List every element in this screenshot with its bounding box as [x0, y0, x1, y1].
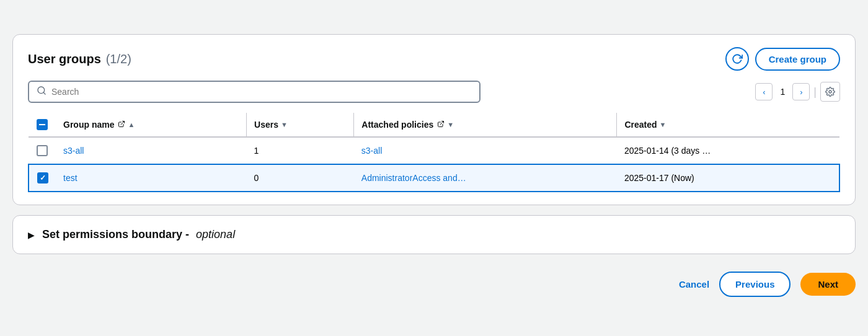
row-attached-policies: AdministratorAccess and… [354, 164, 617, 192]
search-icon [37, 86, 46, 98]
header-actions: Create group [725, 47, 840, 71]
search-box[interactable] [28, 81, 480, 103]
table-row[interactable]: test 0 AdministratorAccess and… 2025-01-… [29, 164, 839, 192]
next-button[interactable]: Next [800, 273, 856, 296]
pagination-controls: ‹ 1 › | [755, 82, 840, 102]
row-created: 2025-01-14 (3 days … [617, 137, 839, 164]
col-attached-policies: Attached policies ▼ [354, 113, 617, 137]
next-page-button[interactable]: › [792, 83, 810, 100]
svg-line-4 [440, 122, 444, 125]
footer-actions: Cancel Previous Next [12, 267, 856, 302]
search-row: ‹ 1 › | [28, 81, 840, 103]
card-title: User groups (1/2) [28, 52, 131, 66]
row-created: 2025-01-17 (Now) [617, 164, 839, 192]
settings-button[interactable] [820, 82, 840, 102]
col-users-label: Users [254, 120, 278, 130]
col-created: Created ▼ [617, 113, 839, 137]
permissions-title: Set permissions boundary - optional [42, 228, 235, 241]
svg-line-1 [43, 92, 45, 94]
sort-asc-icon[interactable]: ▲ [128, 121, 135, 128]
previous-button[interactable]: Previous [719, 272, 790, 297]
group-name-link[interactable]: s3-all [63, 146, 84, 156]
table-row[interactable]: s3-all 1 s3-all 2025-01-14 (3 days … [29, 137, 839, 164]
col-created-label: Created [624, 120, 657, 130]
sort-users-icon[interactable]: ▼ [281, 121, 288, 128]
row-attached-policies: s3-all [354, 137, 617, 164]
sort-created-icon[interactable]: ▼ [660, 121, 666, 128]
svg-point-2 [829, 91, 831, 93]
sort-policies-icon[interactable]: ▼ [447, 121, 454, 128]
refresh-button[interactable] [725, 47, 749, 71]
select-all-header[interactable] [29, 113, 56, 137]
group-name-link[interactable]: test [63, 173, 78, 183]
permissions-boundary-card[interactable]: ▶ Set permissions boundary - optional [12, 215, 856, 254]
title-text: User groups [28, 52, 101, 66]
col-group-name: Group name ▲ [56, 113, 247, 137]
row-checkbox-cell[interactable] [29, 164, 56, 192]
policy-link[interactable]: s3-all [361, 146, 382, 156]
user-groups-table: Group name ▲ Users ▼ [28, 113, 840, 192]
row-users: 0 [247, 164, 354, 192]
row-group-name: s3-all [56, 137, 247, 164]
card-header: User groups (1/2) Create group [28, 47, 840, 71]
title-count: (1/2) [106, 52, 131, 66]
row-group-name: test [56, 164, 247, 192]
search-input[interactable] [51, 87, 472, 97]
page-number: 1 [776, 87, 789, 97]
user-groups-card: User groups (1/2) Create group [12, 34, 856, 205]
create-group-button[interactable]: Create group [755, 48, 840, 71]
row-checkbox-cell[interactable] [29, 137, 56, 164]
col-group-name-label: Group name [63, 120, 114, 130]
prev-page-button[interactable]: ‹ [755, 83, 773, 100]
row-users: 1 [247, 137, 354, 164]
expand-icon: ▶ [28, 230, 35, 240]
row-checkbox[interactable] [37, 145, 48, 156]
external-link-policies-icon [437, 120, 445, 129]
svg-line-3 [121, 122, 125, 125]
select-all-checkbox[interactable] [37, 119, 48, 130]
cancel-button[interactable]: Cancel [679, 279, 709, 290]
policy-link[interactable]: AdministratorAccess and… [361, 173, 466, 183]
external-link-icon [118, 120, 125, 129]
col-attached-policies-label: Attached policies [361, 120, 433, 130]
page-divider: | [813, 86, 817, 99]
row-checkbox[interactable] [37, 172, 48, 183]
col-users: Users ▼ [247, 113, 354, 137]
